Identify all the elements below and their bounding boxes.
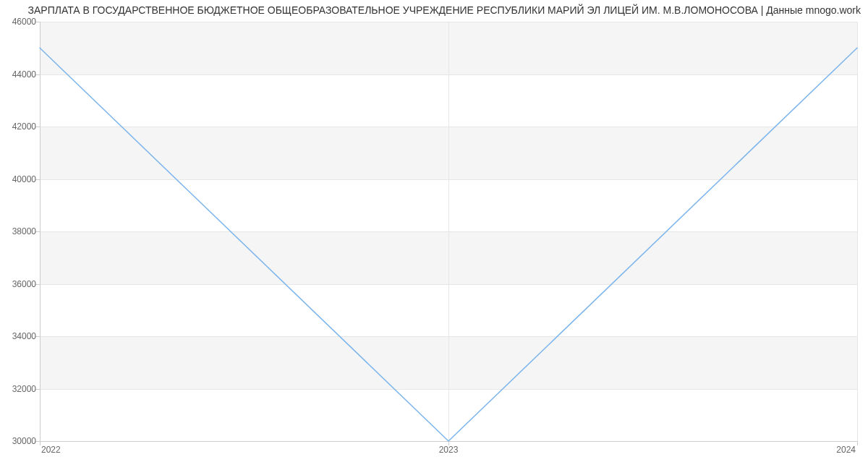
y-axis-label: 42000 <box>4 121 36 132</box>
gridline-vertical <box>857 22 858 441</box>
y-axis-label: 32000 <box>4 384 36 394</box>
plot-area <box>40 22 857 441</box>
chart-title: ЗАРПЛАТА В ГОСУДАРСТВЕННОЕ БЮДЖЕТНОЕ ОБЩ… <box>0 4 861 16</box>
y-axis-label: 30000 <box>4 436 36 446</box>
x-axis-label: 2023 <box>439 445 459 455</box>
data-line <box>40 22 857 441</box>
y-axis-label: 38000 <box>4 226 36 236</box>
y-axis-label: 40000 <box>4 174 36 184</box>
y-axis-label: 46000 <box>4 17 36 27</box>
y-axis-label: 36000 <box>4 279 36 289</box>
y-axis-label: 34000 <box>4 331 36 341</box>
x-axis-label: 2024 <box>836 445 856 455</box>
y-axis-label: 44000 <box>4 69 36 80</box>
x-axis-label: 2022 <box>41 445 61 455</box>
x-tick <box>857 441 858 445</box>
